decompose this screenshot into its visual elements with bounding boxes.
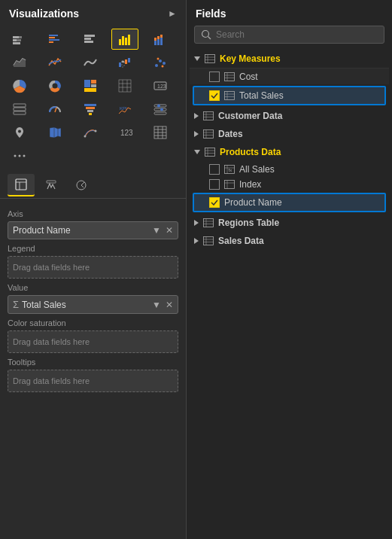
svg-text:123: 123 (120, 129, 132, 137)
svg-rect-56 (154, 112, 166, 114)
svg-rect-0 (13, 36, 19, 38)
kpi-icon[interactable]: KPI (111, 99, 138, 120)
field-index-partial[interactable]: Index (190, 178, 389, 191)
viz-panel-header: Visualizations ► (0, 0, 186, 26)
svg-rect-18 (157, 39, 160, 45)
svg-rect-93 (204, 112, 214, 120)
area-chart-icon[interactable] (6, 52, 33, 73)
svg-rect-52 (89, 113, 92, 115)
field-all-sales[interactable]: fx All Sales (190, 161, 389, 178)
svg-rect-89 (225, 92, 235, 100)
svg-marker-22 (14, 59, 26, 67)
group-products-data[interactable]: Products Data (190, 143, 389, 161)
tooltips-dropzone[interactable]: Drag data fields here (8, 370, 178, 392)
donut-chart-icon[interactable] (41, 75, 68, 96)
svg-rect-11 (84, 41, 93, 43)
svg-point-72 (19, 155, 21, 157)
stacked-bar-icon[interactable] (6, 29, 33, 50)
field-total-sales[interactable]: Total Sales (193, 86, 386, 105)
slicer-icon[interactable] (147, 99, 174, 120)
legend-label: Legend (8, 244, 178, 253)
fields-tab[interactable] (8, 174, 35, 196)
value-remove-icon[interactable]: ✕ (166, 300, 173, 310)
chevron-right-icon[interactable]: ► (168, 8, 177, 19)
customer-data-expand-icon (194, 113, 199, 119)
value-dropdown-icon[interactable]: ▼ (152, 300, 161, 310)
svg-rect-116 (204, 237, 214, 245)
line-chart-icon[interactable] (41, 52, 68, 73)
ribbon-chart-icon[interactable] (77, 52, 104, 73)
arc-map-icon[interactable] (77, 122, 104, 143)
cost-checkbox[interactable] (209, 72, 220, 82)
gauge-icon[interactable] (41, 99, 68, 120)
total-sales-icon (224, 91, 235, 100)
color-saturation-dropzone[interactable]: Drag data fields here (8, 330, 178, 353)
group-regions-table[interactable]: Regions Table (190, 214, 389, 232)
field-cost[interactable]: Cost (190, 68, 389, 84)
total-sales-checkbox[interactable] (209, 90, 220, 101)
svg-rect-46 (14, 108, 26, 111)
svg-rect-14 (125, 38, 127, 45)
group-sales-data[interactable]: Sales Data (190, 232, 389, 250)
value-field-controls: ▼ ✕ (152, 300, 173, 310)
group-dates[interactable]: Dates (190, 125, 389, 143)
svg-point-58 (160, 108, 163, 111)
svg-rect-38 (119, 80, 131, 92)
table-visual-icon[interactable] (147, 122, 174, 143)
column-chart-icon[interactable] (111, 29, 138, 50)
svg-rect-19 (157, 36, 160, 39)
product-name-checkbox[interactable] (209, 197, 220, 208)
svg-rect-27 (128, 58, 130, 62)
svg-rect-9 (84, 35, 95, 37)
svg-rect-17 (154, 38, 156, 41)
field-product-name[interactable]: Product Name (193, 193, 386, 212)
products-data-expand-icon (194, 150, 200, 154)
value-field-pill[interactable]: Σ Total Sales ▼ ✕ (8, 295, 178, 314)
axis-remove-icon[interactable]: ✕ (166, 225, 173, 236)
format-tab[interactable] (38, 174, 65, 196)
search-icon (201, 29, 211, 40)
map-icon[interactable] (6, 122, 33, 143)
svg-rect-85 (225, 72, 235, 81)
svg-rect-23 (119, 62, 121, 67)
multi-row-card-icon[interactable] (6, 99, 33, 120)
matrix-icon[interactable] (111, 75, 138, 96)
product-name-field-name: Product Name (224, 197, 282, 208)
more-visuals-icon[interactable] (6, 145, 33, 166)
group-customer-data[interactable]: Customer Data (190, 107, 389, 125)
legend-dropzone[interactable]: Drag data fields here (8, 256, 178, 279)
scatter-chart-icon[interactable] (147, 52, 174, 73)
waterfall-icon[interactable] (111, 52, 138, 73)
regions-table-expand-icon (194, 220, 199, 226)
card-icon[interactable]: 123 (147, 75, 174, 96)
index-icon (224, 180, 235, 189)
svg-point-28 (155, 64, 158, 67)
total-sales-field-name: Total Sales (239, 90, 284, 101)
svg-rect-8 (49, 41, 53, 43)
svg-rect-5 (49, 35, 58, 36)
svg-point-57 (157, 105, 160, 108)
svg-rect-2 (13, 39, 17, 41)
svg-rect-7 (49, 39, 59, 41)
search-box[interactable] (194, 26, 384, 44)
filled-map-icon[interactable] (41, 122, 68, 143)
dates-expand-icon (194, 131, 199, 137)
axis-field-pill[interactable]: Product Name ▼ ✕ (8, 221, 178, 239)
clustered-bar-icon[interactable] (41, 29, 68, 50)
svg-line-48 (55, 108, 56, 112)
index-checkbox[interactable] (209, 179, 220, 190)
search-input[interactable] (216, 29, 378, 40)
svg-rect-77 (47, 181, 56, 183)
stacked-column-icon[interactable] (147, 29, 174, 50)
axis-dropdown-icon[interactable]: ▼ (152, 225, 161, 236)
bar-chart-icon[interactable] (77, 29, 104, 50)
svg-rect-97 (204, 130, 214, 139)
all-sales-checkbox[interactable] (209, 164, 220, 175)
funnel-icon[interactable] (77, 99, 104, 120)
svg-rect-47 (14, 111, 26, 114)
group-key-measures[interactable]: Key Measures (190, 50, 389, 68)
analytics-tab[interactable] (68, 174, 95, 196)
treemap-icon[interactable] (77, 75, 104, 96)
number-card-icon[interactable]: 123 (111, 122, 138, 143)
pie-chart-icon[interactable] (6, 75, 33, 96)
